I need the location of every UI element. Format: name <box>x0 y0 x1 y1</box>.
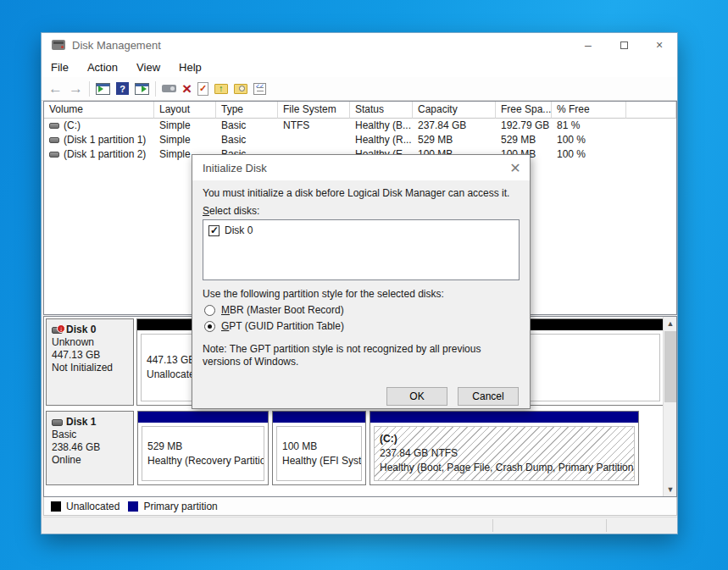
open-folder-icon[interactable]: ↑ <box>214 84 228 94</box>
back-icon[interactable]: ← <box>48 81 63 97</box>
disk-tool-icon[interactable] <box>162 85 176 92</box>
show-action-pane-icon[interactable] <box>135 83 149 95</box>
toolbar: ← → ? × ✓ ↑ <box>42 77 677 101</box>
close-button[interactable]: × <box>642 33 677 57</box>
column-header-status[interactable]: Status <box>350 102 413 119</box>
disk1-size: 238.46 GB <box>52 441 128 454</box>
dialog-title-bar[interactable]: Initialize Disk ✕ <box>192 155 530 180</box>
status-bar <box>43 517 677 534</box>
disk0-info-panel[interactable]: ↓Disk 0 Unknown 447.13 GB Not Initialize… <box>46 318 134 406</box>
gpt-radio-row[interactable]: GPT (GUID Partition Table) <box>204 320 344 332</box>
disk0-icon: ↓ <box>52 327 63 334</box>
primary-strip <box>370 412 638 423</box>
disk1-icon <box>52 419 63 426</box>
toolbar-separator <box>155 81 156 97</box>
legend-unallocated: Unallocated <box>51 501 119 512</box>
disk0-error-badge: ↓ <box>57 324 65 333</box>
scroll-up-icon[interactable]: ▲ <box>664 317 677 330</box>
scroll-down-icon[interactable]: ▼ <box>664 483 677 496</box>
primary-strip <box>273 412 365 423</box>
column-header-layout[interactable]: Layout <box>154 102 216 119</box>
disk1-type: Basic <box>52 429 128 441</box>
table-row-volume[interactable]: (Disk 1 partition 1) <box>44 133 154 147</box>
disk0-size: 447.13 GB <box>52 349 128 362</box>
legend-primary-partition: Primary partition <box>128 501 217 512</box>
show-console-tree-icon[interactable] <box>96 83 110 95</box>
column-header-filesystem[interactable]: File System <box>278 102 350 119</box>
scrollbar-thumb[interactable] <box>664 331 676 402</box>
disk0-list-item[interactable]: Disk 0 <box>208 224 514 236</box>
forward-icon[interactable]: → <box>69 81 83 97</box>
unallocated-swatch <box>51 501 61 512</box>
primary-strip <box>138 412 268 423</box>
disk1-partition1[interactable]: 529 MB Healthy (Recovery Partition <box>137 411 269 485</box>
title-bar[interactable]: Disk Management – × <box>42 33 677 57</box>
disk0-checkbox[interactable] <box>208 225 220 236</box>
disk1-partition2[interactable]: 100 MB Healthy (EFI System <box>272 411 366 485</box>
select-disks-label: Select disks: <box>203 205 259 217</box>
mbr-radio[interactable] <box>204 305 215 316</box>
disk1-info-panel[interactable]: Disk 1 Basic 238.46 GB Online <box>46 411 134 485</box>
window-title: Disk Management <box>72 39 161 52</box>
menu-action[interactable]: Action <box>78 58 127 76</box>
dialog-title: Initialize Disk <box>203 162 267 174</box>
menu-file[interactable]: File <box>42 58 78 76</box>
menu-view[interactable]: View <box>127 58 169 76</box>
toolbar-separator <box>89 81 90 97</box>
disk0-type: Unknown <box>52 336 128 349</box>
help-icon[interactable]: ? <box>116 82 129 95</box>
check-document-icon[interactable]: ✓ <box>197 82 208 96</box>
primary-partition-swatch <box>128 501 138 512</box>
table-row-volume[interactable]: (Disk 1 partition 2) <box>44 147 154 162</box>
magnifier-icon <box>239 86 245 91</box>
column-header-empty <box>626 102 676 119</box>
disk1-status: Online <box>52 454 128 467</box>
initialize-disk-dialog: Initialize Disk ✕ You must initialize a … <box>192 154 531 409</box>
column-header-type[interactable]: Type <box>216 102 278 119</box>
dialog-message: You must initialize a disk before Logica… <box>203 187 520 199</box>
disk0-status: Not Initialized <box>52 362 128 374</box>
table-row-volume[interactable]: (C:) <box>44 119 154 133</box>
gpt-radio[interactable] <box>204 321 215 332</box>
ok-button[interactable]: OK <box>386 387 447 406</box>
column-header-volume[interactable]: Volume <box>44 102 154 119</box>
delete-volume-icon[interactable]: × <box>182 82 192 96</box>
maximize-icon <box>620 42 628 49</box>
statusbar-separator <box>492 519 493 532</box>
app-icon <box>52 40 65 50</box>
menu-bar: File Action View Help <box>42 57 677 77</box>
column-header-freespace[interactable]: Free Spa... <box>496 102 552 119</box>
statusbar-separator <box>606 519 607 532</box>
partition-style-label: Use the following partition style for th… <box>203 288 444 300</box>
maximize-button[interactable] <box>606 33 642 57</box>
dialog-close-icon[interactable]: ✕ <box>501 155 530 180</box>
legend-bar: Unallocated Primary partition <box>43 497 677 516</box>
cancel-button[interactable]: Cancel <box>458 387 519 406</box>
column-header-capacity[interactable]: Capacity <box>413 102 496 119</box>
disk-listbox[interactable]: Disk 0 <box>203 219 520 280</box>
column-header-pctfree[interactable]: % Free <box>552 102 626 119</box>
disk1-partition-c[interactable]: (C:) 237.84 GB NTFS Healthy (Boot, Page … <box>370 411 639 485</box>
disk1-row: Disk 1 Basic 238.46 GB Online 529 MB Hea… <box>46 411 663 485</box>
dialog-note: Note: The GPT partition style is not rec… <box>203 343 518 368</box>
properties-icon[interactable] <box>253 83 266 95</box>
vertical-scrollbar[interactable]: ▲ ▼ <box>663 317 676 496</box>
menu-help[interactable]: Help <box>169 58 211 76</box>
volume-icon <box>49 123 59 129</box>
minimize-button[interactable]: – <box>570 33 606 57</box>
volume-icon <box>49 152 59 158</box>
volume-icon <box>49 137 59 143</box>
mbr-radio-row[interactable]: MBR (Master Boot Record) <box>204 304 344 316</box>
explore-folder-icon[interactable] <box>234 84 247 94</box>
